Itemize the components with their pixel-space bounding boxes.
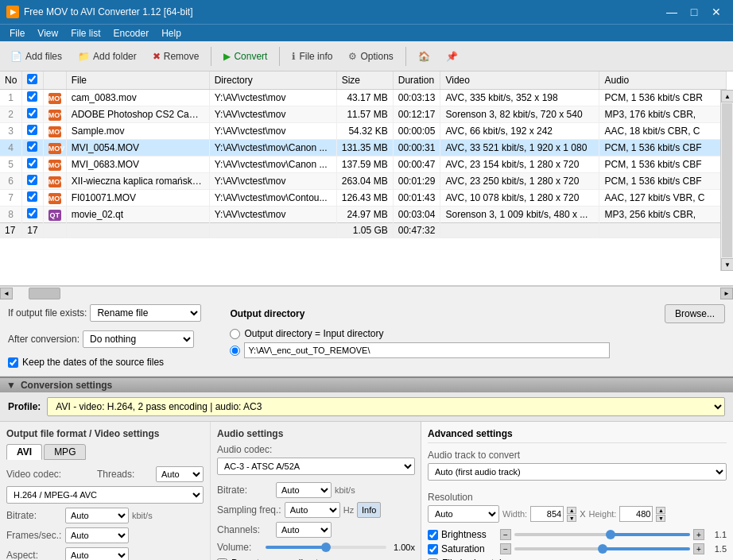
menu-file[interactable]: File bbox=[3, 25, 31, 41]
width-up-button[interactable]: ▲ bbox=[567, 507, 576, 514]
col-file[interactable]: File bbox=[66, 71, 209, 90]
info-button[interactable]: Info bbox=[357, 502, 381, 518]
table-row[interactable]: 5 MOV MVI_0683.MOV Y:\AV\vctest\mov\Cano… bbox=[0, 156, 727, 173]
radio-custom-dir[interactable] bbox=[230, 346, 240, 356]
height-up-button[interactable]: ▲ bbox=[656, 507, 665, 514]
sampling-select[interactable]: Auto bbox=[285, 502, 340, 518]
table-row[interactable]: 6 MOV XII-wieczna kaplica romańska w Sie… bbox=[0, 173, 727, 190]
table-row[interactable]: 4 MOV MVI_0054.MOV Y:\AV\vctest\mov\Cano… bbox=[0, 140, 727, 156]
channels-select[interactable]: Auto bbox=[276, 522, 332, 538]
output-dir-path-input[interactable] bbox=[244, 342, 610, 358]
select-all-checkbox[interactable] bbox=[27, 74, 37, 84]
audio-codec-select[interactable]: AC-3 - ATSC A/52A bbox=[217, 458, 415, 475]
profile-select[interactable]: AVI - video: H.264, 2 pass encoding | au… bbox=[47, 397, 725, 416]
home-button[interactable]: 🏠 bbox=[411, 44, 437, 68]
height-down-button[interactable]: ▼ bbox=[656, 515, 665, 522]
vertical-scrollbar[interactable]: ▲ ▼ bbox=[720, 90, 733, 271]
brightness-minus[interactable]: − bbox=[500, 529, 511, 540]
file-audio-info: AAC, 18 kbit/s CBR, C bbox=[599, 123, 727, 140]
saturation-minus[interactable]: − bbox=[500, 543, 511, 554]
saturation-plus[interactable]: + bbox=[693, 543, 704, 554]
video-section-title: Output file format / Video settings bbox=[6, 428, 204, 439]
col-duration[interactable]: Duration bbox=[393, 71, 440, 90]
brightness-plus[interactable]: + bbox=[693, 529, 704, 540]
file-duration: 00:12:17 bbox=[393, 106, 440, 123]
bitrate-select[interactable]: Auto bbox=[65, 508, 129, 523]
table-row[interactable]: 7 MOV FI010071.MOV Y:\AV\vctest\mov\Cont… bbox=[0, 190, 727, 207]
brightness-slider[interactable] bbox=[514, 533, 690, 536]
scroll-down-button[interactable]: ▼ bbox=[721, 258, 733, 271]
saturation-slider[interactable] bbox=[514, 547, 690, 550]
file-size: 43.17 MB bbox=[336, 90, 393, 106]
col-directory[interactable]: Directory bbox=[209, 71, 336, 90]
row-checkbox[interactable] bbox=[27, 158, 37, 168]
threads-select[interactable]: Auto bbox=[156, 466, 204, 482]
scroll-left-button[interactable]: ◄ bbox=[0, 288, 13, 299]
minimize-button[interactable]: — bbox=[661, 5, 682, 19]
menu-help[interactable]: Help bbox=[155, 25, 188, 41]
aspect-select[interactable]: Auto bbox=[65, 547, 129, 560]
table-row[interactable]: 8 QT movie_02.qt Y:\AV\vctest\mov 24.97 … bbox=[0, 207, 727, 223]
width-input[interactable] bbox=[530, 506, 564, 522]
audio-track-section: Audio track to convert Auto (first audio… bbox=[428, 450, 727, 485]
profile-row: Profile: AVI - video: H.264, 2 pass enco… bbox=[0, 392, 733, 422]
saturation-checkbox[interactable] bbox=[428, 544, 438, 554]
maximize-button[interactable]: □ bbox=[684, 5, 704, 19]
file-info-button[interactable]: ℹ File info bbox=[285, 44, 339, 68]
volume-slider[interactable] bbox=[266, 546, 386, 549]
close-button[interactable]: ✕ bbox=[706, 5, 727, 19]
row-checkbox[interactable] bbox=[27, 125, 37, 135]
file-video-info: AVC, 10 078 kbit/s, 1 280 x 720 bbox=[440, 190, 599, 207]
pin-button[interactable]: 📌 bbox=[439, 44, 465, 68]
row-checkbox[interactable] bbox=[27, 91, 37, 102]
resolution-select[interactable]: Auto bbox=[428, 505, 499, 523]
options-button[interactable]: ⚙ Options bbox=[341, 44, 400, 68]
col-video[interactable]: Video bbox=[440, 71, 599, 90]
menu-file-list[interactable]: File list bbox=[64, 25, 107, 41]
row-checkbox[interactable] bbox=[27, 108, 37, 118]
add-files-button[interactable]: 📄 Add files bbox=[3, 44, 69, 68]
file-size: 24.97 MB bbox=[336, 207, 393, 223]
table-row[interactable]: 1 MOV cam_0083.mov Y:\AV\vctest\mov 43.1… bbox=[0, 90, 727, 106]
output-exists-select[interactable]: Rename file Overwrite Skip bbox=[90, 304, 201, 322]
row-checkbox[interactable] bbox=[27, 191, 37, 202]
table-row[interactable]: 2 MOV ADOBE Photoshop CS2 Camera RAW Tut… bbox=[0, 106, 727, 123]
height-input[interactable] bbox=[619, 506, 653, 522]
resolution-label: Resolution bbox=[428, 492, 727, 503]
after-conv-select[interactable]: Do nothing Open folder Shutdown bbox=[83, 330, 194, 348]
file-directory: Y:\AV\vctest\mov\Canon ... bbox=[209, 140, 336, 156]
scroll-up-button[interactable]: ▲ bbox=[721, 90, 733, 102]
menu-view[interactable]: View bbox=[31, 25, 64, 41]
col-size[interactable]: Size bbox=[336, 71, 393, 90]
tab-avi[interactable]: AVI bbox=[6, 444, 42, 460]
height-label: Height: bbox=[589, 509, 617, 519]
browse-button[interactable]: Browse... bbox=[665, 304, 725, 323]
width-down-button[interactable]: ▼ bbox=[567, 515, 576, 522]
tab-mpg[interactable]: MPG bbox=[44, 444, 86, 460]
remove-button[interactable]: ✖ Remove bbox=[145, 44, 207, 68]
brightness-checkbox[interactable] bbox=[428, 530, 438, 540]
audio-track-select[interactable]: Auto (first audio track) bbox=[428, 463, 727, 481]
horizontal-scrollbar[interactable]: ◄ ► bbox=[0, 286, 733, 299]
audio-bitrate-label: Bitrate: bbox=[217, 485, 273, 496]
col-audio[interactable]: Audio bbox=[599, 71, 727, 90]
convert-button[interactable]: ▶ Convert bbox=[216, 44, 274, 68]
keep-dates-checkbox[interactable] bbox=[8, 357, 18, 368]
row-checkbox[interactable] bbox=[27, 141, 37, 152]
file-video-info: AVC, 33 521 kbit/s, 1 920 x 1 080 bbox=[440, 140, 599, 156]
audio-bitrate-select[interactable]: Auto bbox=[276, 482, 332, 498]
radio-input-dir-label: Output directory = Input directory bbox=[244, 328, 383, 339]
resolution-row: Auto Width: ▲ ▼ X Height: ▲ bbox=[428, 505, 727, 523]
scrollbar-thumb[interactable] bbox=[29, 288, 60, 299]
menu-encoder[interactable]: Encoder bbox=[107, 25, 155, 41]
scroll-right-button[interactable]: ► bbox=[720, 288, 733, 299]
row-checkbox[interactable] bbox=[27, 208, 37, 218]
table-row[interactable]: 3 MOV Sample.mov Y:\AV\vctest\mov 54.32 … bbox=[0, 123, 727, 140]
codec-select[interactable]: H.264 / MPEG-4 AVC bbox=[6, 486, 204, 504]
width-label: Width: bbox=[502, 509, 527, 519]
add-folder-button[interactable]: 📁 Add folder bbox=[71, 44, 144, 68]
row-checkbox[interactable] bbox=[27, 175, 37, 185]
radio-input-dir[interactable] bbox=[230, 329, 240, 339]
bitrate-row: Bitrate: Auto kbit/s bbox=[6, 508, 204, 523]
fps-select[interactable]: Auto bbox=[65, 527, 129, 543]
